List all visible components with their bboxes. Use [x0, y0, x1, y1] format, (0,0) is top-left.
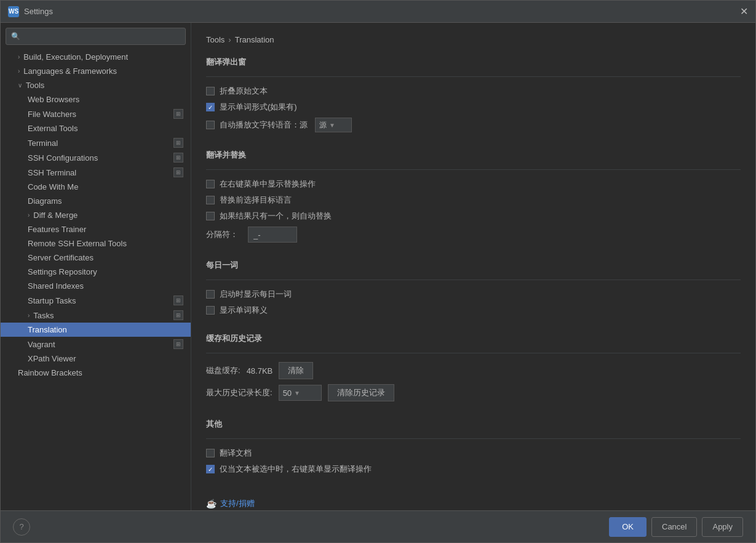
sidebar-item-file-watchers[interactable]: File Watchers ⊞ — [1, 107, 191, 121]
sidebar-item-diff-merge[interactable]: › Diff & Merge — [1, 208, 191, 222]
disk-cache-label: 磁盘缓存: — [206, 365, 241, 376]
sidebar-item-startup-tasks[interactable]: Startup Tasks ⊞ — [1, 293, 191, 308]
badge-icon: ⊞ — [173, 310, 183, 320]
sidebar-item-label: Tools — [26, 81, 44, 90]
sidebar-item-label: Startup Tasks — [28, 296, 76, 305]
expand-arrow: › — [18, 54, 20, 60]
sidebar-item-tasks[interactable]: › Tasks ⊞ — [1, 308, 191, 323]
section-title-replace: 翻译并替换 — [206, 150, 741, 163]
translation-popup-section: 翻译弹出窗 折叠原始文本 显示单词形式(如果有) 自动播放文字转语音：源 源 ▼ — [206, 57, 741, 137]
sidebar-item-translation[interactable]: Translation — [1, 323, 191, 337]
chevron-down-icon: ▼ — [329, 122, 335, 129]
sidebar-item-diagrams[interactable]: Diagrams — [1, 194, 191, 208]
section-title-other: 其他 — [206, 419, 741, 432]
sidebar-item-features-trainer[interactable]: Features Trainer — [1, 222, 191, 236]
section-divider — [206, 353, 741, 353]
sidebar-item-server-certs[interactable]: Server Certificates — [1, 251, 191, 265]
main-content: Tools › Translation 翻译弹出窗 折叠原始文本 显示单词形式(… — [191, 23, 755, 510]
sidebar-item-tools[interactable]: ∨ Tools — [1, 78, 191, 92]
cache-section: 缓存和历史记录 磁盘缓存: 48.7KB 清除 最大历史记录长度: 50 ▼ 清… — [206, 333, 741, 406]
clear-history-button[interactable]: 清除历史记录 — [328, 384, 394, 401]
sidebar-item-label: Features Trainer — [28, 225, 86, 234]
cancel-button[interactable]: Cancel — [651, 517, 697, 537]
checkbox-show-word-forms[interactable] — [206, 103, 215, 111]
sidebar-item-rainbow-brackets[interactable]: Rainbow Brackets — [1, 366, 191, 380]
sidebar-item-label: Shared Indexes — [28, 281, 84, 291]
translation-replace-section: 翻译并替换 在右键菜单中显示替换操作 替换前选择目标语言 如果结果只有一个，则自… — [206, 150, 741, 247]
tts-source-dropdown[interactable]: 源 ▼ — [315, 118, 352, 132]
clear-cache-button[interactable]: 清除 — [279, 362, 313, 379]
checkbox-auto-play[interactable] — [206, 121, 215, 129]
expand-arrow: › — [28, 212, 30, 219]
checkbox-row-show-when-selected: 仅当文本被选中时，右键菜单显示翻译操作 — [206, 464, 741, 475]
checkbox-row-select-target: 替换前选择目标语言 — [206, 195, 741, 206]
breadcrumb: Tools › Translation — [206, 35, 741, 44]
search-box[interactable]: 🔍 — [6, 28, 186, 45]
sidebar-item-label: Languages & Frameworks — [23, 66, 117, 76]
sidebar-item-label: SSH Terminal — [28, 168, 76, 177]
section-title-wod: 每日一词 — [206, 260, 741, 273]
label-auto-play: 自动播放文字转语音：源 — [220, 119, 308, 131]
label-show-word-forms: 显示单词形式(如果有) — [220, 102, 297, 113]
ok-button[interactable]: OK — [609, 517, 647, 537]
sidebar-item-label: SSH Configurations — [28, 153, 98, 163]
sidebar-item-ssh-configs[interactable]: SSH Configurations ⊞ — [1, 150, 191, 165]
nav-tree: › Build, Execution, Deployment › Languag… — [1, 47, 191, 510]
sidebar-item-settings-repo[interactable]: Settings Repository — [1, 265, 191, 279]
separator-row: 分隔符： — [206, 227, 741, 243]
apply-button[interactable]: Apply — [702, 517, 743, 537]
badge-icon: ⊞ — [173, 138, 183, 148]
sidebar-item-vagrant[interactable]: Vagrant ⊞ — [1, 337, 191, 352]
sidebar-item-ssh-terminal[interactable]: SSH Terminal ⊞ — [1, 165, 191, 180]
badge-icon: ⊞ — [173, 296, 183, 305]
close-button[interactable]: ✕ — [740, 7, 748, 17]
separator-input[interactable] — [248, 227, 297, 243]
sidebar-item-label: Diff & Merge — [33, 211, 78, 220]
section-title-popup: 翻译弹出窗 — [206, 57, 741, 70]
title-bar: WS Settings ✕ — [1, 1, 755, 23]
disk-cache-size: 48.7KB — [247, 366, 273, 376]
badge-icon: ⊞ — [173, 153, 183, 163]
checkbox-auto-replace[interactable] — [206, 212, 215, 220]
checkbox-show-definition[interactable] — [206, 306, 215, 315]
label-fold-original: 折叠原始文本 — [220, 86, 268, 97]
breadcrumb-parent: Tools — [206, 35, 225, 44]
dialog-title: Settings — [24, 7, 53, 16]
sidebar-item-build[interactable]: › Build, Execution, Deployment — [1, 50, 191, 64]
sidebar-item-label: Remote SSH External Tools — [28, 239, 127, 248]
checkbox-show-when-selected[interactable] — [206, 465, 215, 473]
sidebar-item-web-browsers[interactable]: Web Browsers — [1, 92, 191, 107]
disk-cache-row: 磁盘缓存: 48.7KB 清除 — [206, 362, 741, 379]
expand-arrow: › — [18, 68, 20, 74]
help-button[interactable]: ? — [13, 518, 30, 536]
sidebar-item-external-tools[interactable]: External Tools — [1, 121, 191, 135]
breadcrumb-current: Translation — [235, 35, 274, 44]
support-link[interactable]: ☕ 支持/捐赠 — [206, 498, 741, 509]
sidebar-item-xpath[interactable]: XPath Viewer — [1, 352, 191, 366]
expand-arrow: ∨ — [18, 82, 22, 89]
footer: ? OK Cancel Apply — [1, 510, 755, 542]
sidebar-item-label: XPath Viewer — [28, 354, 76, 363]
checkbox-select-target[interactable] — [206, 196, 215, 204]
max-history-label: 最大历史记录长度: — [206, 387, 273, 398]
sidebar-item-label: Settings Repository — [28, 267, 97, 276]
section-divider — [206, 280, 741, 280]
sidebar-item-code-with-me[interactable]: Code With Me — [1, 180, 191, 194]
checkbox-show-replace[interactable] — [206, 180, 215, 188]
settings-dialog: WS Settings ✕ 🔍 › Build, Execution, Depl… — [0, 0, 756, 543]
badge-icon: ⊞ — [173, 167, 183, 177]
sidebar-item-label: Diagrams — [28, 196, 62, 206]
checkbox-row-fold-original: 折叠原始文本 — [206, 86, 741, 97]
sidebar-item-label: Terminal — [28, 139, 58, 148]
chevron-down-icon: ▼ — [294, 390, 300, 396]
breadcrumb-separator: › — [228, 35, 231, 44]
sidebar-item-shared-indexes[interactable]: Shared Indexes — [1, 279, 191, 293]
checkbox-fold-original[interactable] — [206, 87, 215, 95]
max-history-dropdown[interactable]: 50 ▼ — [279, 385, 322, 401]
sidebar-item-remote-ssh[interactable]: Remote SSH External Tools — [1, 236, 191, 251]
sidebar-item-languages[interactable]: › Languages & Frameworks — [1, 64, 191, 78]
sidebar-item-terminal[interactable]: Terminal ⊞ — [1, 135, 191, 150]
search-icon: 🔍 — [11, 32, 20, 41]
checkbox-show-wod[interactable] — [206, 290, 215, 299]
checkbox-translate-doc[interactable] — [206, 449, 215, 457]
